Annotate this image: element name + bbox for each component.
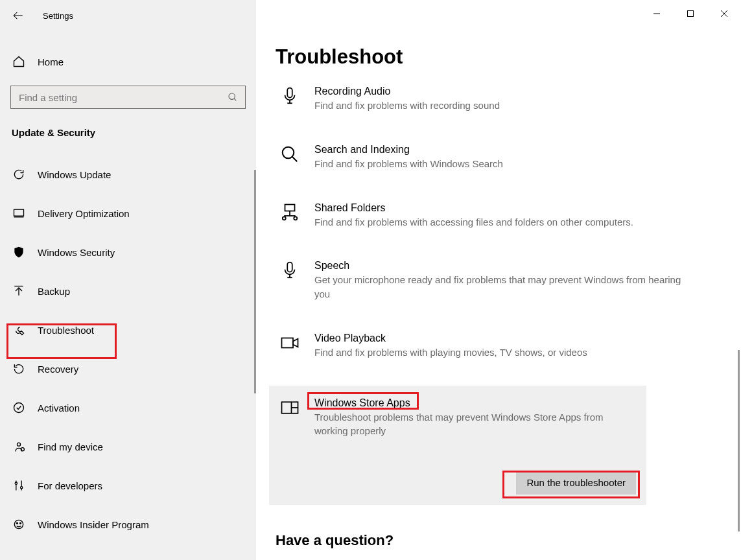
sidebar: Settings Home Update & Security — [0, 0, 256, 560]
troubleshooter-title: Speech — [314, 260, 696, 272]
backup-icon — [12, 284, 26, 298]
insider-icon — [12, 517, 26, 531]
sidebar-item-windows-update[interactable]: Windows Update — [0, 158, 256, 191]
troubleshooter-desc: Find and fix problems with accessing fil… — [314, 215, 696, 229]
sidebar-item-label: Windows Insider Program — [38, 519, 149, 530]
search-large-icon — [279, 144, 300, 165]
sidebar-item-label: For developers — [38, 480, 102, 491]
home-nav[interactable]: Home — [0, 49, 256, 74]
troubleshooter-title: Windows Store Apps — [314, 397, 614, 409]
maximize-button[interactable] — [674, 0, 707, 27]
question-heading: Have a question? — [276, 532, 722, 549]
svg-point-1 — [229, 93, 235, 99]
video-icon — [279, 332, 300, 353]
app-title: Settings — [43, 11, 73, 21]
sync-icon — [12, 167, 26, 181]
svg-rect-27 — [287, 262, 292, 272]
sidebar-item-activation[interactable]: Activation — [0, 391, 256, 425]
sidebar-item-find-my-device[interactable]: Find my device — [0, 430, 256, 463]
sidebar-item-windows-security[interactable]: Windows Security — [0, 235, 256, 269]
svg-line-2 — [234, 99, 236, 100]
shield-icon — [12, 245, 26, 259]
check-circle-icon — [12, 401, 26, 415]
sidebar-item-label: Windows Security — [38, 247, 115, 258]
search-icon — [220, 92, 245, 102]
troubleshooter-search-indexing[interactable]: Search and Indexing Find and fix problem… — [276, 139, 722, 176]
microphone-icon — [279, 260, 300, 281]
svg-rect-22 — [285, 204, 295, 211]
sidebar-item-troubleshoot[interactable]: Troubleshoot — [0, 313, 256, 347]
troubleshooter-windows-store-apps[interactable]: Windows Store Apps Troubleshoot problems… — [269, 386, 646, 505]
troubleshooter-shared-folders[interactable]: Shared Folders Find and fix problems wit… — [276, 197, 722, 235]
svg-rect-36 — [688, 11, 694, 17]
troubleshooter-title: Search and Indexing — [314, 144, 696, 156]
microphone-icon — [279, 86, 300, 106]
network-share-icon — [279, 202, 300, 223]
svg-point-7 — [14, 403, 24, 413]
sidebar-item-label: Delivery Optimization — [38, 208, 130, 219]
main-scrollbar[interactable] — [738, 350, 740, 531]
sidebar-item-delivery-optimization[interactable]: Delivery Optimization — [0, 196, 256, 230]
troubleshooter-desc: Find and fix problems with playing movie… — [314, 345, 696, 360]
troubleshooter-recording-audio[interactable]: Recording Audio Find and fix problems wi… — [276, 80, 722, 118]
svg-rect-30 — [282, 338, 294, 347]
troubleshooter-desc: Get your microphone ready and fix proble… — [314, 273, 696, 301]
sidebar-item-label: Troubleshoot — [38, 325, 94, 336]
main-content: Troubleshoot Recording Audio Find and fi… — [256, 0, 741, 560]
sidebar-item-backup[interactable]: Backup — [0, 274, 256, 308]
home-label: Home — [38, 56, 64, 67]
close-button[interactable] — [707, 0, 741, 27]
sidebar-item-windows-insider[interactable]: Windows Insider Program — [0, 508, 256, 541]
home-icon — [12, 54, 26, 69]
wrench-icon — [12, 323, 26, 337]
section-title: Update & Security — [0, 114, 256, 142]
sidebar-item-label: Backup — [38, 286, 70, 297]
svg-point-13 — [21, 487, 23, 489]
back-arrow-icon[interactable] — [12, 9, 25, 22]
apps-icon — [279, 397, 300, 418]
troubleshooter-speech[interactable]: Speech Get your microphone ready and fix… — [276, 255, 722, 307]
location-icon — [12, 439, 26, 454]
svg-point-20 — [283, 147, 294, 159]
delivery-icon — [12, 206, 26, 220]
sidebar-item-recovery[interactable]: Recovery — [0, 352, 256, 386]
troubleshooter-list: Recording Audio Find and fix problems wi… — [276, 80, 722, 505]
sidebar-nav: Windows Update Delivery Optimization — [0, 158, 256, 546]
sidebar-item-label: Windows Update — [38, 169, 111, 180]
svg-rect-17 — [287, 88, 292, 98]
troubleshooter-video-playback[interactable]: Video Playback Find and fix problems wit… — [276, 327, 722, 365]
get-help-link[interactable]: Get help — [276, 558, 722, 561]
svg-point-26 — [294, 216, 297, 220]
svg-point-11 — [15, 482, 17, 484]
troubleshooter-title: Shared Folders — [314, 202, 696, 214]
svg-marker-31 — [293, 339, 298, 347]
troubleshooter-title: Recording Audio — [314, 86, 696, 97]
svg-point-25 — [283, 216, 286, 220]
svg-line-21 — [292, 157, 298, 162]
page-title: Troubleshoot — [276, 45, 722, 69]
sidebar-item-for-developers[interactable]: For developers — [0, 469, 256, 502]
troubleshooter-title: Video Playback — [314, 332, 696, 344]
tools-icon — [12, 478, 26, 493]
window-controls — [640, 0, 741, 27]
sidebar-item-label: Recovery — [38, 364, 78, 375]
search-box[interactable] — [10, 86, 246, 109]
svg-point-16 — [20, 522, 21, 524]
sidebar-item-label: Activation — [38, 402, 80, 414]
svg-point-8 — [18, 443, 21, 446]
svg-rect-3 — [14, 209, 24, 216]
svg-point-14 — [14, 520, 23, 528]
troubleshooter-desc: Troubleshoot problems that may prevent W… — [314, 410, 614, 439]
sidebar-item-label: Find my device — [38, 441, 103, 452]
svg-point-15 — [17, 522, 18, 524]
minimize-button[interactable] — [640, 0, 674, 27]
troubleshooter-desc: Find and fix problems with recording sou… — [314, 99, 696, 113]
troubleshooter-desc: Find and fix problems with Windows Searc… — [314, 157, 696, 171]
search-input[interactable] — [11, 91, 220, 104]
run-troubleshooter-button[interactable]: Run the troubleshooter — [516, 471, 636, 495]
recovery-icon — [12, 362, 26, 376]
